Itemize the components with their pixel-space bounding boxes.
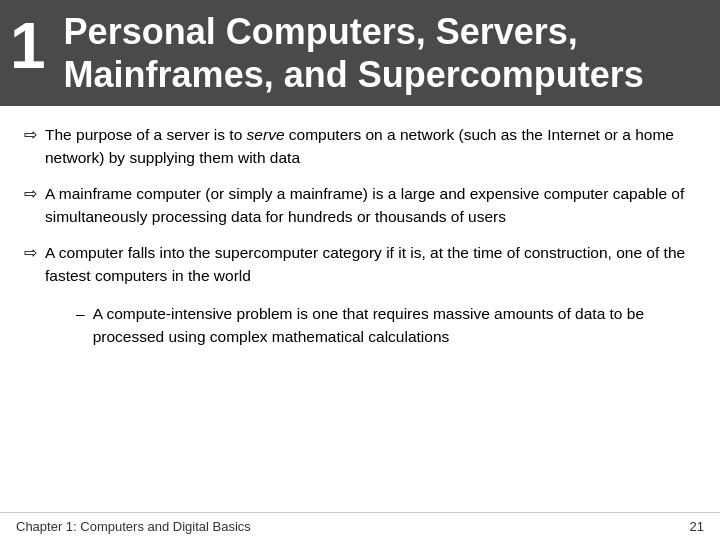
- footer-page-number: 21: [690, 519, 704, 534]
- bullet-text-1: The purpose of a server is to serve comp…: [45, 124, 696, 169]
- slide-title: Personal Computers, Servers, Mainframes,…: [64, 10, 644, 96]
- sub-bullet-symbol-1: –: [76, 303, 85, 325]
- bullet-3: ⇨ A computer falls into the supercompute…: [24, 242, 696, 287]
- slide-footer: Chapter 1: Computers and Digital Basics …: [0, 512, 720, 540]
- bullet-text-3: A computer falls into the supercomputer …: [45, 242, 696, 287]
- bullet-2: ⇨ A mainframe computer (or simply a main…: [24, 183, 696, 228]
- footer-chapter: Chapter 1: Computers and Digital Basics: [16, 519, 251, 534]
- title-line2: Mainframes, and Supercomputers: [64, 54, 644, 95]
- bullet-symbol-3: ⇨: [24, 242, 37, 264]
- slide-container: 1 Personal Computers, Servers, Mainframe…: [0, 0, 720, 540]
- slide-content: ⇨ The purpose of a server is to serve co…: [0, 106, 720, 512]
- title-line1: Personal Computers, Servers,: [64, 11, 578, 52]
- slide-number: 1: [10, 10, 46, 78]
- bullet-1: ⇨ The purpose of a server is to serve co…: [24, 124, 696, 169]
- sub-bullet-1: – A compute-intensive problem is one tha…: [76, 303, 696, 348]
- italic-serve: serve: [247, 126, 285, 143]
- bullet-symbol-2: ⇨: [24, 183, 37, 205]
- bullet-symbol-1: ⇨: [24, 124, 37, 146]
- sub-bullet-text-1: A compute-intensive problem is one that …: [93, 303, 696, 348]
- slide-header: 1 Personal Computers, Servers, Mainframe…: [0, 0, 720, 106]
- bullet-text-2: A mainframe computer (or simply a mainfr…: [45, 183, 696, 228]
